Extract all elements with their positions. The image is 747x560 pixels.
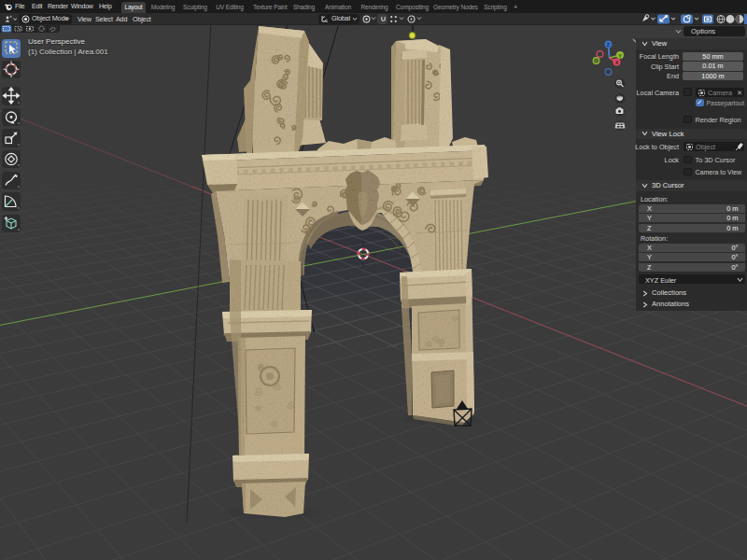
svg-text:Y: Y bbox=[618, 53, 622, 59]
svg-text:X: X bbox=[615, 60, 619, 65]
